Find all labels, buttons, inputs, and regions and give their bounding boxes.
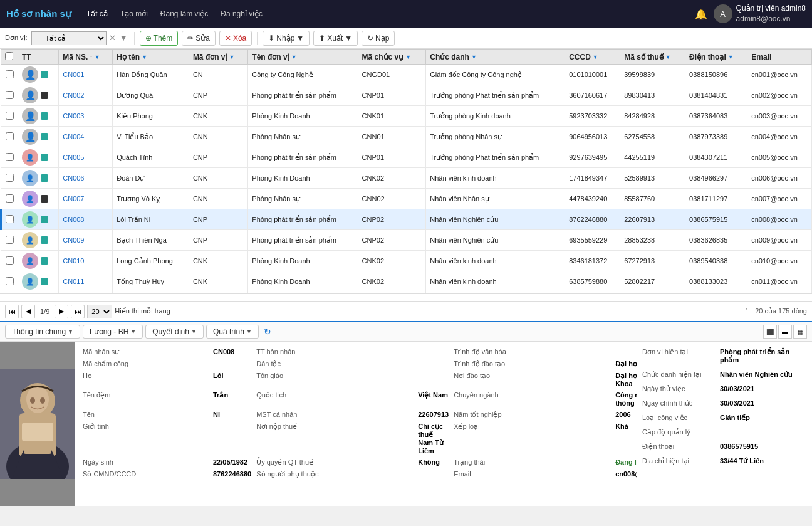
unit-clear-button[interactable]: ✕ [108, 33, 117, 43]
row-email: cn007@ooc.vn [747, 189, 812, 209]
row-checkbox[interactable] [6, 277, 14, 285]
row-cccd: 3607160617 [565, 85, 620, 106]
row-checkbox[interactable] [6, 236, 14, 244]
import-button[interactable]: ⬇ Nhập ▼ [263, 31, 310, 46]
view-mode-3-button[interactable]: ▦ [793, 325, 807, 339]
notification-bell-icon[interactable]: 🔔 [695, 8, 707, 20]
toolbar-separator-2 [257, 32, 258, 45]
table-row[interactable]: 👤 CN006 Đoàn Dự CNK Phòng Kinh Doanh CNK… [1, 168, 812, 189]
row-dept-code: CNN [189, 127, 247, 147]
table-row[interactable]: 👤 CN004 Vi Tiểu Bảo CNN Phòng Nhân sự CN… [1, 127, 812, 147]
row-id: CN012 [59, 292, 113, 294]
scrollbar-track[interactable] [3, 295, 809, 301]
delete-button[interactable]: ✕ Xóa [219, 31, 252, 46]
col-pos-code[interactable]: Mã chức vụ ▼ [358, 50, 426, 65]
next-page-button[interactable]: ▶ [55, 305, 68, 318]
last-page-button[interactable]: ⏭ [71, 305, 85, 318]
refresh-button[interactable]: ↻ Nạp [362, 31, 395, 46]
row-checkbox-cell [1, 251, 18, 271]
col-name[interactable]: Họ tên ▼ [113, 50, 189, 65]
table-row[interactable]: 👤 CN007 Trương Vô Kỵ CNN Phòng Nhân sự C… [1, 189, 812, 209]
add-button[interactable]: ⊕ Thêm [140, 31, 179, 46]
gender-label: Giới tính [83, 421, 208, 456]
row-tax: 52589913 [620, 168, 685, 189]
nav-resigned[interactable]: Đã nghỉ việc [216, 7, 268, 21]
row-checkbox[interactable] [6, 70, 14, 78]
tab-general-info[interactable]: Thông tin chung ▼ [5, 325, 80, 339]
row-checkbox-cell [1, 271, 18, 292]
col-dept-code[interactable]: Mã đơn vị ▼ [189, 50, 247, 65]
tab-process[interactable]: Quá trình ▼ [206, 325, 259, 339]
row-checkbox[interactable] [6, 112, 14, 120]
row-checkbox[interactable] [6, 132, 14, 140]
table-row[interactable]: 👤 CN009 Bạch Thiên Nga CNP Phòng phát tr… [1, 230, 812, 251]
row-checkbox[interactable] [6, 215, 14, 223]
row-dept-code: CNK [189, 271, 247, 292]
col-cccd[interactable]: CCCD ▼ [565, 50, 620, 65]
status-dot [41, 236, 48, 244]
table-row[interactable]: 👤 CN001 Hàn Đồng Quân CN Công ty Công Ng… [1, 65, 812, 85]
row-id: CN008 [59, 209, 113, 230]
trial-date-value: 30/03/2021 [720, 384, 754, 394]
col-phone[interactable]: Điện thoại ▼ [685, 50, 747, 65]
tab-salary[interactable]: Lương - BH ▼ [83, 325, 143, 339]
col-id[interactable]: Mã NS.↑▼ [59, 50, 113, 65]
row-checkbox[interactable] [6, 256, 14, 265]
row-cccd: 5923703332 [565, 106, 620, 127]
row-checkbox[interactable] [6, 174, 14, 182]
tax-value: 22607913 [418, 409, 449, 420]
row-position: Trưởng phòng Nhân sự [426, 127, 565, 147]
first-name-value: Ni [213, 409, 251, 420]
table-row[interactable]: 👤 CN003 Kiều Phong CNK Phòng Kinh Doanh … [1, 106, 812, 127]
select-all-checkbox[interactable] [5, 52, 13, 60]
row-tt: 👤 [18, 292, 59, 294]
export-button[interactable]: ⬆ Xuất ▼ [313, 31, 358, 46]
view-mode-1-button[interactable]: ⬛ [763, 325, 777, 339]
row-name: Tống Thuỳ Huy [113, 271, 189, 292]
col-dept-name[interactable]: Tên đơn vị ▼ [248, 50, 358, 65]
prev-page-button[interactable]: ◀ [21, 305, 35, 318]
horizontal-scrollbar[interactable] [0, 293, 812, 301]
email-value: cn008@ooc.vn [615, 469, 637, 480]
table-row[interactable]: 👤 CN010 Long Cảnh Phong CNK Phòng Kinh D… [1, 251, 812, 271]
nav-all[interactable]: Tất cả [81, 7, 113, 21]
col-tax[interactable]: Mã số thuế ▼ [620, 50, 685, 65]
nav-create[interactable]: Tạo mới [115, 7, 153, 21]
svg-rect-4 [22, 423, 53, 441]
row-cccd: 9064956013 [565, 127, 620, 147]
row-checkbox[interactable] [6, 194, 14, 203]
unit-dropdown-icon[interactable]: ▼ [118, 33, 129, 43]
table-row[interactable]: 👤 CN012 Cung Diệp CNN Phòng Nhân sự CNN0… [1, 292, 812, 294]
row-tax: 52802217 [620, 271, 685, 292]
nav-working[interactable]: Đang làm việc [155, 7, 213, 21]
mgmt-level-label: Cấp độ quản lý [642, 427, 717, 438]
row-email: cn003@ooc.vn [747, 106, 812, 127]
address-value: 33/44 Tứ Liên [720, 456, 764, 466]
col-position[interactable]: Chức danh ▼ [426, 50, 565, 65]
row-id: CN006 [59, 168, 113, 189]
row-position: Trưởng phòng Phát triển sản phẩm [426, 147, 565, 168]
tab-decision[interactable]: Quyết định ▼ [145, 325, 204, 339]
row-phone: 0387364083 [685, 106, 747, 127]
table-row[interactable]: 👤 CN005 Quách Tĩnh CNP Phòng phát triển … [1, 147, 812, 168]
row-checkbox-cell [1, 189, 18, 209]
row-checkbox-cell [1, 292, 18, 294]
row-checkbox[interactable] [6, 153, 14, 161]
table-row[interactable]: 👤 CN008 Lôi Trần Ni CNP Phòng phát triển… [1, 209, 812, 230]
view-mode-2-button[interactable]: ▬ [778, 325, 792, 339]
table-row[interactable]: 👤 CN002 Dương Quá CNP Phòng phát triển s… [1, 85, 812, 106]
col-email[interactable]: Email [747, 50, 812, 65]
first-page-button[interactable]: ⏮ [5, 305, 19, 318]
detail-refresh-button[interactable]: ↻ [264, 327, 271, 337]
unit-select[interactable]: --- Tất cả --- [31, 31, 107, 45]
row-phone: 0384966297 [685, 168, 747, 189]
user-menu[interactable]: A Quản trị viên admin8 admin8@ooc.vn [714, 3, 806, 24]
status-dot [41, 257, 48, 265]
edit-button[interactable]: ✏ Sửa [182, 31, 216, 46]
address-row: Địa chỉ hiện tại 33/44 Tứ Liên [642, 456, 807, 466]
table-row[interactable]: 👤 CN011 Tống Thuỳ Huy CNK Phòng Kinh Doa… [1, 271, 812, 292]
unit-label: Đơn vị: [5, 34, 28, 42]
per-page-select[interactable]: 20 50 100 [87, 305, 112, 318]
row-tt: 👤 [18, 65, 59, 85]
row-checkbox[interactable] [6, 91, 14, 99]
